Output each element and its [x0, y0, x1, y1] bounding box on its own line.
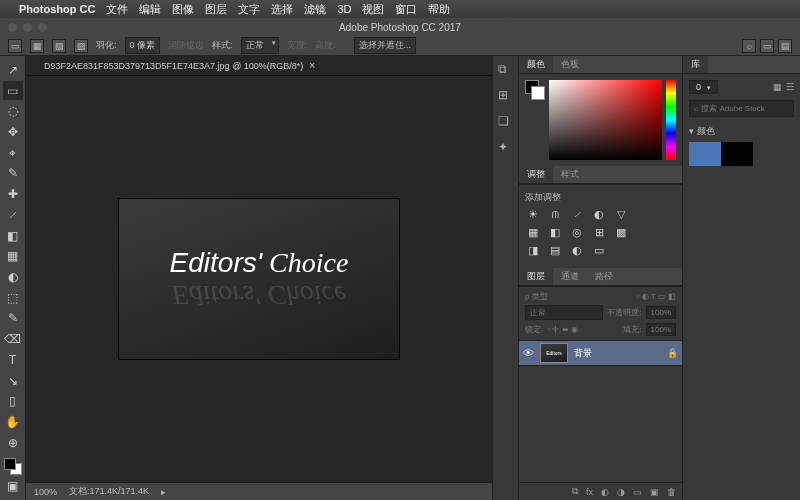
posterize-icon[interactable]: ▤	[547, 244, 563, 258]
trash-icon[interactable]: 🗑	[667, 487, 676, 497]
move-tool[interactable]: ↗	[3, 60, 23, 80]
style-select[interactable]: 正常	[241, 37, 279, 54]
character-icon[interactable]: ❏	[498, 114, 514, 130]
photo-filter-icon[interactable]: ◎	[569, 226, 585, 240]
minimize-icon[interactable]	[23, 23, 32, 32]
bw-icon[interactable]: ◧	[547, 226, 563, 240]
wand-tool[interactable]: ✥	[3, 122, 23, 142]
close-tab-icon[interactable]: ×	[309, 60, 315, 71]
stamp-tool[interactable]: ◧	[3, 226, 23, 246]
menu-layer[interactable]: 图层	[205, 2, 227, 17]
refine-button[interactable]: 选择并遮住...	[354, 37, 417, 54]
lookup-icon[interactable]: ▩	[613, 226, 629, 240]
invert-icon[interactable]: ◨	[525, 244, 541, 258]
arrange-icon[interactable]: ▤	[778, 39, 792, 53]
menu-file[interactable]: 文件	[106, 2, 128, 17]
exposure-icon[interactable]: ◐	[591, 208, 607, 222]
antialias-check[interactable]: 消除锯齿	[168, 39, 204, 52]
crop-tool[interactable]: ⌖	[3, 143, 23, 163]
saturation-picker[interactable]	[549, 80, 662, 160]
sub-selection-icon[interactable]: ▨	[74, 39, 88, 53]
history-icon[interactable]: ⧉	[498, 62, 514, 78]
mask-icon[interactable]: ◐	[601, 487, 609, 497]
app-name[interactable]: Photoshop CC	[19, 3, 95, 15]
home-icon[interactable]: ▭	[8, 39, 22, 53]
gradient-tool[interactable]: ⬚	[3, 288, 23, 308]
feather-input[interactable]: 0 像素	[125, 37, 161, 54]
curves-icon[interactable]: ⟋	[569, 208, 585, 222]
blur-tool[interactable]: ✎	[3, 309, 23, 329]
blend-mode[interactable]: 正常	[525, 305, 603, 320]
tab-swatches[interactable]: 色板	[553, 56, 587, 73]
menu-edit[interactable]: 编辑	[139, 2, 161, 17]
heal-tool[interactable]: ✚	[3, 184, 23, 204]
menu-image[interactable]: 图像	[172, 2, 194, 17]
menu-type[interactable]: 文字	[238, 2, 260, 17]
menu-select[interactable]: 选择	[271, 2, 293, 17]
eyedropper-tool[interactable]: ✎	[3, 164, 23, 184]
paragraph-icon[interactable]: ✦	[498, 140, 514, 156]
tab-color[interactable]: 颜色	[519, 56, 553, 73]
link-icon[interactable]: ⧉	[572, 486, 578, 497]
swatch-blue[interactable]	[689, 142, 721, 166]
tab-layers[interactable]: 图层	[519, 268, 553, 285]
tab-paths[interactable]: 路径	[587, 268, 621, 285]
threshold-icon[interactable]: ◐	[569, 244, 585, 258]
type-tool[interactable]: T	[3, 350, 23, 370]
mixer-icon[interactable]: ⊞	[591, 226, 607, 240]
tab-channels[interactable]: 通道	[553, 268, 587, 285]
opacity-value[interactable]: 100%	[646, 306, 676, 319]
menu-view[interactable]: 视图	[362, 2, 384, 17]
color-fgbg[interactable]	[525, 80, 545, 160]
marquee-icon[interactable]: ▦	[30, 39, 44, 53]
dodge-tool[interactable]: ⌫	[3, 329, 23, 349]
brush-tool[interactable]: ⟋	[3, 205, 23, 225]
levels-icon[interactable]: ⫙	[547, 208, 563, 222]
zoom-tool[interactable]: ⊕	[3, 433, 23, 453]
close-icon[interactable]	[8, 23, 17, 32]
tab-adjustments[interactable]: 调整	[519, 166, 553, 183]
eraser-tool[interactable]: ◐	[3, 267, 23, 287]
hand-tool[interactable]: ✋	[3, 412, 23, 432]
stock-search[interactable]: ⌕ 搜索 Adobe Stock	[689, 100, 794, 117]
library-select[interactable]: 0	[689, 80, 718, 94]
fx-icon[interactable]: fx	[586, 487, 593, 497]
zoom-icon[interactable]	[38, 23, 47, 32]
menu-window[interactable]: 窗口	[395, 2, 417, 17]
properties-icon[interactable]: ⊞	[498, 88, 514, 104]
list-view-icon[interactable]: ☰	[786, 82, 794, 92]
pen-tool[interactable]: ↘	[3, 371, 23, 391]
layer-name[interactable]: 背景	[574, 347, 592, 360]
workspace-icon[interactable]: ▭	[760, 39, 774, 53]
group-icon[interactable]: ▭	[633, 487, 642, 497]
visibility-icon[interactable]: 👁	[523, 347, 534, 359]
vibrance-icon[interactable]: ▽	[613, 208, 629, 222]
layer-row[interactable]: 👁 Editors 背景 🔒	[519, 340, 682, 366]
chevron-right-icon[interactable]: ▸	[161, 487, 166, 497]
canvas[interactable]: Editors' Choice Editors' Choice	[26, 76, 492, 482]
doc-info[interactable]: 文档:171.4K/171.4K	[69, 485, 149, 498]
menu-help[interactable]: 帮助	[428, 2, 450, 17]
menu-filter[interactable]: 滤镜	[304, 2, 326, 17]
marquee-tool[interactable]: ▭	[3, 81, 23, 101]
adjustment-icon[interactable]: ◑	[617, 487, 625, 497]
color-swatch[interactable]	[4, 458, 22, 476]
new-layer-icon[interactable]: ▣	[650, 487, 659, 497]
kind-filter[interactable]: ρ 类型	[525, 291, 548, 302]
lasso-tool[interactable]: ◌	[3, 101, 23, 121]
fill-value[interactable]: 100%	[646, 323, 676, 336]
hue-slider[interactable]	[666, 80, 676, 160]
layer-thumbnail[interactable]: Editors	[540, 343, 568, 363]
swatch-black[interactable]	[721, 142, 753, 166]
lock-icon[interactable]: 🔒	[667, 348, 678, 358]
grid-view-icon[interactable]: ▦	[773, 82, 782, 92]
hue-icon[interactable]: ▦	[525, 226, 541, 240]
tab-library[interactable]: 库	[683, 56, 708, 73]
zoom-level[interactable]: 100%	[34, 487, 57, 497]
tab-styles[interactable]: 样式	[553, 166, 587, 183]
document-tab[interactable]: D93F2AE831F853D379713D5F1E74E3A7.jpg @ 1…	[36, 58, 323, 73]
menu-3d[interactable]: 3D	[337, 3, 351, 15]
add-selection-icon[interactable]: ▧	[52, 39, 66, 53]
quickmask-icon[interactable]: ▣	[3, 476, 23, 496]
search-icon[interactable]: ⌕	[742, 39, 756, 53]
